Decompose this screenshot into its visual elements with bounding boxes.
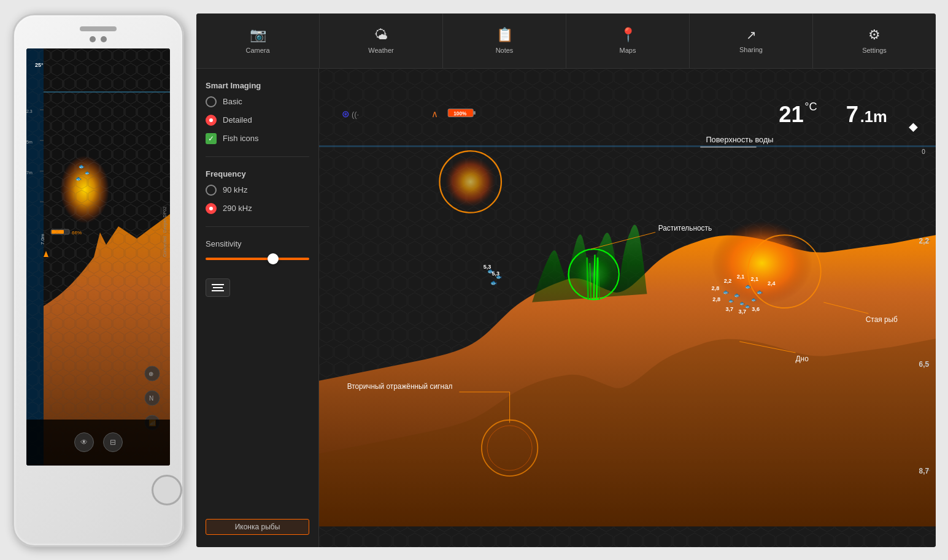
imaging-options: Basic Detailed ✓ Fish icons [206,96,309,144]
svg-text:🐟: 🐟 [757,289,763,296]
fish-icons-label: Fish icons [223,134,259,143]
detailed-radio[interactable] [206,115,217,126]
svg-text:🐟: 🐟 [751,297,757,302]
phone-body: 🐟 🐟 🐟 66% 7.0m 25° [12,13,184,547]
sonar-display: 📷 Camera 🌤 Weather 📋 Notes 📍 Maps ↗ Shar… [196,13,936,547]
290khz-radio[interactable] [206,203,217,214]
sonar-canvas: 🐟 🐟 🐟 5,3 5,3 🐟 🐟 🐟 🐟 🐟 🐟 🐟 🐟 [319,69,936,547]
svg-line-85 [591,232,655,248]
svg-text:2,2: 2,2 [919,236,930,245]
frequency-title: Frequency [206,169,309,178]
svg-text:Поверхность воды: Поверхность воды [706,135,773,144]
90khz-option[interactable]: 90 kHz [206,185,309,196]
svg-text:Растительность: Растительность [658,223,712,232]
phone-screen-inner: 🐟 🐟 🐟 66% 7.0m 25° [26,48,170,466]
phone-sensor-dot [101,36,107,42]
content-area: Smart Imaging Basic Detailed ✓ Fish ic [196,69,936,547]
phone-wrapper: 🐟 🐟 🐟 66% 7.0m 25° [12,13,184,547]
main-container: 🐟 🐟 🐟 66% 7.0m 25° [0,0,948,560]
svg-text:🐟: 🐟 [734,291,741,298]
svg-text:🐟: 🐟 [728,297,734,303]
divider-2 [206,226,309,227]
svg-text:((·: ((· [352,110,359,119]
eq-button[interactable] [206,278,230,297]
phone-home-button[interactable] [152,475,182,505]
phone-bottom-bar: 👁 ⊟ [26,420,170,466]
sharing-label: Sharing [739,46,763,53]
phone-screen: 🐟 🐟 🐟 66% 7.0m 25° [26,48,170,466]
90khz-radio[interactable] [206,185,217,196]
svg-text:∧: ∧ [431,109,438,119]
notes-label: Notes [496,47,514,54]
detailed-label: Detailed [223,115,252,125]
svg-text:2,8: 2,8 [712,296,720,302]
fish-icon-label: Иконка рыбы [206,519,309,535]
svg-text:2,8: 2,8 [712,285,720,291]
settings-button[interactable]: ⚙ Settings [813,13,936,68]
svg-text:🐟: 🐟 [723,289,730,296]
svg-text:2,1: 2,1 [737,274,745,280]
svg-rect-29 [319,145,936,147]
svg-text:5,3: 5,3 [491,270,499,277]
svg-text:100%: 100% [453,110,467,116]
290khz-option[interactable]: 290 kHz [206,203,309,214]
settings-label: Settings [862,47,887,54]
svg-text:21: 21 [779,101,804,126]
svg-text:7: 7 [846,101,858,126]
camera-label: Camera [245,47,269,54]
camera-button[interactable]: 📷 Camera [196,13,320,68]
basic-option[interactable]: Basic [206,96,309,107]
svg-text:⊛: ⊛ [342,109,350,119]
svg-text:3,7: 3,7 [738,309,746,315]
svg-text:3,6: 3,6 [752,305,760,312]
svg-text:6,5: 6,5 [919,359,930,368]
svg-line-38 [596,257,598,299]
sharing-button[interactable]: ↗ Sharing [690,13,813,68]
weather-label: Weather [368,47,393,54]
svg-text:2,4: 2,4 [768,280,776,286]
phone-eye-btn[interactable]: 👁 [74,432,94,452]
basic-radio[interactable] [206,96,217,107]
hex-pattern [26,48,170,466]
svg-text:2,2: 2,2 [724,277,732,283]
slider-thumb[interactable] [268,253,279,264]
svg-text:Вторичный отражённый сигнал: Вторичный отражённый сигнал [347,382,453,391]
svg-line-34 [587,257,588,299]
settings-icon: ⚙ [868,27,881,43]
phone-eq-btn[interactable]: ⊟ [103,432,123,452]
svg-point-31 [445,156,496,207]
sensitivity-title: Sensitivity [206,239,309,248]
phone-cameras [90,36,107,42]
sensitivity-section: Sensitivity [206,239,309,260]
eq-line-2 [213,287,223,288]
notes-button[interactable]: 📋 Notes [443,13,566,68]
svg-text:Стая рыб: Стая рыб [866,315,898,323]
camera-icon: 📷 [250,27,266,43]
eq-line-3 [212,290,224,291]
maps-icon: 📍 [620,27,636,43]
svg-text:🐟: 🐟 [490,278,498,286]
sonar-view: 🐟 🐟 🐟 5,3 5,3 🐟 🐟 🐟 🐟 🐟 🐟 🐟 🐟 [319,69,936,547]
phone-speaker [80,26,117,31]
svg-rect-69 [473,111,476,114]
sensitivity-slider[interactable] [206,258,309,260]
frequency-options: 90 kHz 290 kHz [206,185,309,214]
notes-icon: 📋 [496,27,513,43]
svg-text:5,3: 5,3 [484,264,491,270]
svg-text:2,1: 2,1 [751,276,759,282]
fish-icons-check[interactable]: ✓ [206,133,217,144]
svg-text:3,7: 3,7 [725,305,733,312]
weather-icon: 🌤 [374,27,388,43]
detailed-option[interactable]: Detailed [206,115,309,126]
sharing-icon: ↗ [746,28,757,42]
fish-icons-option[interactable]: ✓ Fish icons [206,133,309,144]
maps-button[interactable]: 📍 Maps [566,13,690,68]
svg-marker-75 [909,123,918,132]
svg-text:8,7: 8,7 [919,466,930,475]
maps-label: Maps [620,47,636,54]
svg-text:.1m: .1m [860,107,887,125]
smart-imaging-section: Smart Imaging Basic Detailed ✓ Fish ic [206,81,309,144]
svg-text:🐟: 🐟 [745,283,752,290]
basic-label: Basic [223,97,242,106]
weather-button[interactable]: 🌤 Weather [320,13,443,68]
